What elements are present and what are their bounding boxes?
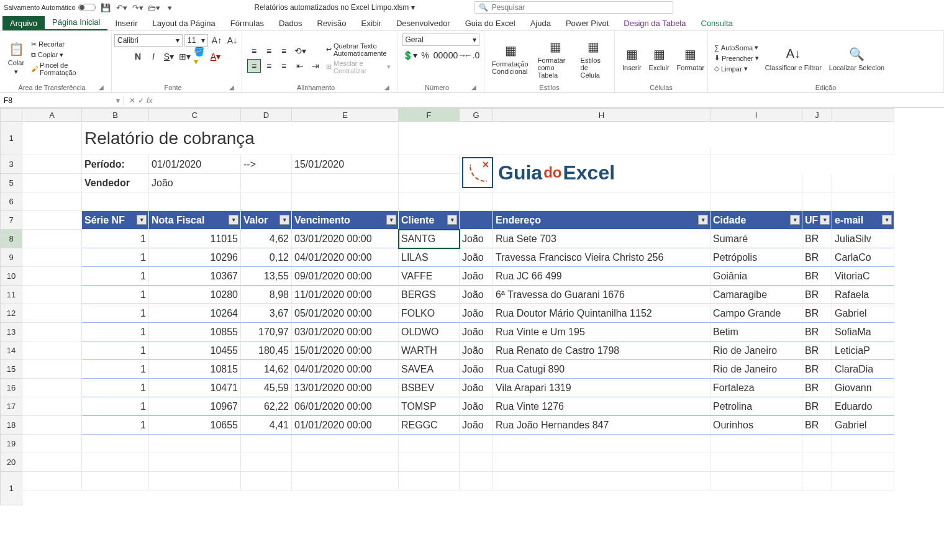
table-cell[interactable]: 8,98 bbox=[241, 286, 292, 304]
cell[interactable] bbox=[241, 472, 292, 490]
table-cell[interactable]: 10815 bbox=[149, 360, 241, 379]
find-select-button[interactable]: 🔍Localizar Selecion bbox=[827, 44, 887, 73]
table-cell[interactable]: BR bbox=[802, 267, 832, 286]
row-header[interactable]: 13 bbox=[0, 323, 22, 341]
table-cell[interactable]: LILAS bbox=[399, 248, 460, 267]
tab-table-design[interactable]: Design da Tabela bbox=[616, 16, 693, 30]
tab-formulas[interactable]: Fórmulas bbox=[223, 16, 271, 30]
table-cell[interactable]: João bbox=[460, 248, 493, 267]
cell[interactable] bbox=[22, 155, 82, 174]
table-cell[interactable]: Petrolina bbox=[710, 397, 802, 416]
table-cell[interactable]: ClaraDia bbox=[832, 360, 894, 379]
cell[interactable] bbox=[802, 192, 832, 211]
table-cell[interactable]: 3,67 bbox=[241, 304, 292, 323]
tab-home[interactable]: Página Inicial bbox=[45, 15, 107, 30]
table-header[interactable]: Cidade▾ bbox=[710, 211, 802, 230]
table-cell[interactable]: CarlaCo bbox=[832, 248, 894, 267]
column-header[interactable]: F bbox=[399, 108, 460, 122]
font-name-combo[interactable]: Calibri▾ bbox=[114, 34, 183, 47]
table-cell[interactable]: 03/01/2020 00:00 bbox=[292, 323, 399, 341]
cell[interactable] bbox=[22, 341, 82, 360]
tab-dev[interactable]: Desenvolvedor bbox=[389, 16, 458, 30]
column-header[interactable] bbox=[832, 108, 894, 122]
border-button[interactable]: ⊞▾ bbox=[178, 50, 191, 63]
row-header[interactable]: 20 bbox=[0, 453, 22, 472]
filter-icon[interactable]: ▾ bbox=[882, 215, 892, 225]
cell[interactable] bbox=[710, 174, 802, 192]
font-size-combo[interactable]: 11▾ bbox=[184, 34, 208, 47]
table-cell[interactable]: VitoriaC bbox=[832, 267, 894, 286]
align-bottom-icon[interactable]: ≡ bbox=[277, 44, 291, 58]
table-header[interactable] bbox=[460, 211, 493, 230]
table-cell[interactable]: 15/01/2020 00:00 bbox=[292, 341, 399, 360]
insert-cells-button[interactable]: ▦Inserir bbox=[620, 44, 644, 73]
cell[interactable] bbox=[832, 472, 894, 490]
row-header[interactable]: 9 bbox=[0, 248, 22, 267]
table-cell[interactable]: BSBEV bbox=[399, 379, 460, 397]
decrease-indent-icon[interactable]: ⇤ bbox=[293, 59, 307, 73]
tab-layout[interactable]: Layout da Página bbox=[145, 16, 223, 30]
table-cell[interactable]: 10367 bbox=[149, 267, 241, 286]
cell[interactable] bbox=[241, 453, 292, 472]
sort-filter-button[interactable]: A↓Classificar e Filtrar bbox=[763, 44, 824, 73]
open-icon[interactable]: 🗁▾ bbox=[148, 1, 160, 14]
cell[interactable] bbox=[241, 174, 292, 192]
cell[interactable] bbox=[22, 416, 82, 435]
cell[interactable] bbox=[22, 211, 82, 230]
cell[interactable] bbox=[493, 435, 710, 453]
format-painter-button[interactable]: 🖌Pincel de Formatação bbox=[30, 61, 106, 77]
filter-icon[interactable]: ▾ bbox=[447, 215, 457, 225]
table-cell[interactable]: 1 bbox=[82, 341, 149, 360]
row-header[interactable]: 8 bbox=[0, 230, 22, 248]
row-header[interactable]: 1 bbox=[0, 472, 22, 505]
select-all-corner[interactable] bbox=[0, 108, 22, 122]
table-header[interactable]: UF▾ bbox=[802, 211, 832, 230]
table-cell[interactable]: João bbox=[460, 230, 493, 248]
cell[interactable] bbox=[460, 472, 493, 490]
table-cell[interactable]: Rua João Hernandes 847 bbox=[493, 416, 710, 435]
dialog-launcher-icon[interactable]: ◢ bbox=[384, 84, 392, 91]
filter-icon[interactable]: ▾ bbox=[229, 215, 238, 225]
column-header[interactable]: H bbox=[493, 108, 710, 122]
tab-review[interactable]: Revisão bbox=[310, 16, 354, 30]
tab-data[interactable]: Dados bbox=[271, 16, 310, 30]
column-header[interactable]: A bbox=[22, 108, 82, 122]
cell[interactable] bbox=[82, 435, 149, 453]
cell[interactable] bbox=[832, 192, 894, 211]
cell[interactable] bbox=[149, 192, 241, 211]
table-cell[interactable]: 1 bbox=[82, 397, 149, 416]
filter-icon[interactable]: ▾ bbox=[698, 215, 708, 225]
cell[interactable] bbox=[710, 453, 802, 472]
filter-icon[interactable]: ▾ bbox=[279, 215, 289, 225]
filter-icon[interactable]: ▾ bbox=[820, 215, 830, 225]
accept-icon[interactable]: ✓ bbox=[138, 96, 144, 105]
table-cell[interactable]: TOMSP bbox=[399, 397, 460, 416]
wrap-text-button[interactable]: ↩Quebrar Texto Automaticamente bbox=[325, 42, 392, 58]
cell[interactable] bbox=[710, 192, 802, 211]
table-cell[interactable]: 1 bbox=[82, 416, 149, 435]
table-cell[interactable]: João bbox=[460, 323, 493, 341]
row-header[interactable]: 6 bbox=[0, 192, 22, 211]
table-cell[interactable]: BR bbox=[802, 416, 832, 435]
table-cell[interactable]: BR bbox=[802, 323, 832, 341]
table-cell[interactable]: Rio de Janeiro bbox=[710, 341, 802, 360]
worksheet[interactable]: 135678910111213141516171819201 ABCDEFGHI… bbox=[0, 108, 944, 505]
align-top-icon[interactable]: ≡ bbox=[247, 44, 261, 58]
table-cell[interactable]: Gabriel bbox=[832, 416, 894, 435]
font-color-button[interactable]: A▾ bbox=[209, 50, 222, 63]
cell[interactable] bbox=[399, 174, 460, 192]
table-cell[interactable]: 05/01/2020 00:00 bbox=[292, 304, 399, 323]
align-right-icon[interactable]: ≡ bbox=[277, 59, 291, 73]
paste-button[interactable]: 📋 Colar▾ bbox=[5, 39, 27, 77]
table-cell[interactable]: BR bbox=[802, 341, 832, 360]
table-cell[interactable]: 4,41 bbox=[241, 416, 292, 435]
row-header[interactable]: 3 bbox=[0, 155, 22, 174]
merge-center-button[interactable]: ⊞Mesclar e Centralizar ▾ bbox=[325, 59, 392, 75]
table-cell[interactable]: BR bbox=[802, 360, 832, 379]
column-header[interactable]: B bbox=[82, 108, 149, 122]
table-cell[interactable]: Sumaré bbox=[710, 230, 802, 248]
search-box[interactable]: 🔍 bbox=[474, 1, 673, 14]
cell[interactable] bbox=[399, 453, 460, 472]
cell[interactable] bbox=[22, 174, 82, 192]
row-header[interactable]: 19 bbox=[0, 435, 22, 453]
